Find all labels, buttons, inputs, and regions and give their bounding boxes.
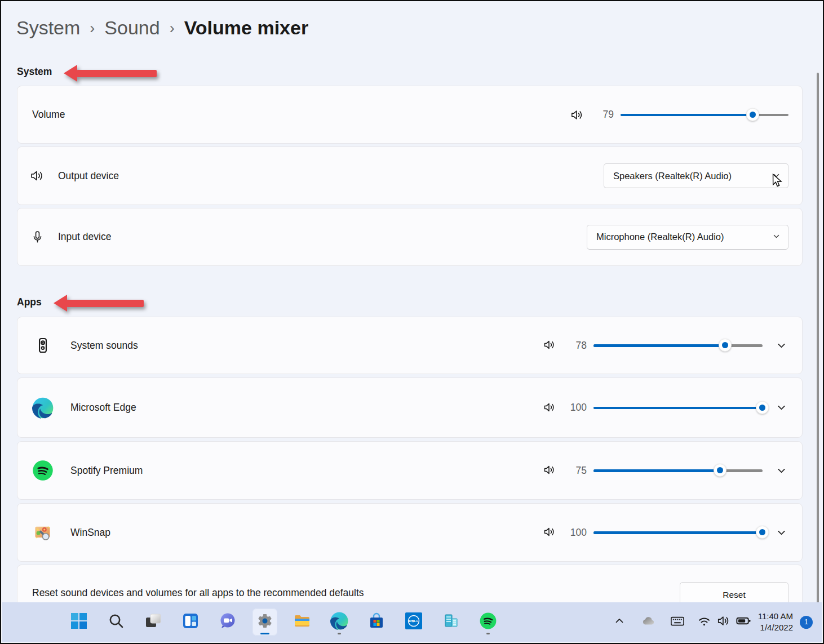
tray-status-icons[interactable] (697, 613, 751, 631)
slider-fill (593, 344, 725, 347)
taskbar-widgets-button[interactable] (178, 609, 203, 636)
input-device-select[interactable]: Microphone (Realtek(R) Audio) (587, 225, 788, 250)
battery-icon (736, 613, 751, 631)
slider-thumb[interactable] (746, 108, 759, 121)
reset-description: Reset sound devices and volumes for all … (17, 587, 364, 599)
system-section-heading: System (17, 66, 52, 78)
speaker-icon[interactable] (570, 108, 584, 122)
clock[interactable]: 11:40 AM 1/4/2022 (758, 611, 793, 634)
taskbar-edge-button[interactable] (327, 609, 352, 636)
onedrive-tray-button[interactable] (637, 611, 659, 633)
input-device-value: Microphone (Realtek(R) Audio) (596, 232, 724, 242)
show-hidden-icons-button[interactable] (610, 611, 629, 633)
expand-chevron-icon[interactable] (775, 339, 787, 352)
running-app-indicator (486, 633, 490, 635)
file-explorer-icon (293, 612, 311, 632)
slider-thumb[interactable] (756, 401, 769, 414)
expand-chevron-icon[interactable] (775, 526, 787, 539)
slider-thumb[interactable] (756, 526, 769, 539)
taskbar-start-button[interactable] (67, 609, 91, 636)
app-name: Spotify Premium (70, 465, 143, 477)
windows-logo-icon (70, 612, 87, 632)
slider-fill (593, 531, 763, 534)
input-device-label: Input device (58, 231, 111, 243)
output-device-value: Speakers (Realtek(R) Audio) (613, 171, 732, 181)
vertical-scrollbar[interactable] (817, 73, 819, 604)
slider-thumb[interactable] (719, 339, 732, 352)
microsoft-store-icon (368, 612, 385, 632)
volume-slider[interactable] (621, 108, 788, 122)
breadcrumb-sound[interactable]: Sound (104, 17, 160, 39)
volume-label: Volume (32, 109, 65, 121)
apps-section-heading: Apps (17, 296, 42, 308)
app-volume-value: 78 (564, 340, 587, 352)
app-name: Microsoft Edge (70, 402, 136, 414)
tray-date: 1/4/2022 (758, 622, 793, 633)
app-volume-slider[interactable] (593, 525, 763, 540)
system-tray: 11:40 AM 1/4/2022 1 (610, 602, 813, 642)
app-row-spotify-premium: Spotify Premium 75 (17, 441, 803, 500)
taskbar-spotify-button[interactable] (476, 609, 500, 636)
notification-badge[interactable]: 1 (800, 616, 813, 629)
edge-icon (330, 612, 348, 632)
keyboard-icon (670, 613, 685, 631)
running-app-indicator (338, 633, 341, 635)
app-volume-value: 100 (564, 527, 587, 539)
app-row-microsoft-edge: Microsoft Edge 100 (17, 377, 803, 438)
edge-icon (32, 397, 54, 419)
speaker-icon[interactable] (543, 401, 557, 415)
breadcrumb-separator: › (170, 19, 175, 37)
settings-window: System › Sound › Volume mixer System App… (0, 0, 824, 644)
spotify-icon (479, 612, 497, 632)
taskbar-store-button[interactable] (364, 609, 389, 636)
taskbar-search-button[interactable] (104, 609, 129, 636)
speaker-icon[interactable] (543, 338, 557, 353)
svg-text:D𝛑LL: D𝛑LL (409, 619, 419, 623)
active-app-indicator (260, 633, 269, 635)
taskbar-file-explorer-button[interactable] (290, 609, 314, 636)
system-sounds-speaker-icon (32, 335, 54, 356)
volume-card: Volume 79 (17, 86, 803, 144)
cloud-icon (640, 613, 656, 631)
app-row-winsnap: WinSnap 100 (17, 503, 803, 562)
page-title: Volume mixer (184, 17, 308, 39)
taskbar: D𝛑LL (2, 602, 822, 642)
app-row-system-sounds: System sounds 78 (17, 317, 803, 374)
app-volume-slider[interactable] (593, 338, 763, 353)
speaker-icon (29, 167, 46, 184)
app-name: System sounds (70, 340, 138, 352)
taskbar-settings-button[interactable] (252, 609, 277, 636)
output-device-select[interactable]: Speakers (Realtek(R) Audio) (604, 163, 788, 188)
dell-icon: D𝛑LL (405, 612, 423, 632)
slider-fill (593, 407, 763, 410)
wifi-icon (697, 614, 712, 631)
speaker-icon[interactable] (543, 463, 557, 478)
tray-time: 11:40 AM (758, 611, 793, 622)
app-volume-value: 100 (564, 402, 587, 414)
app-volume-slider[interactable] (593, 463, 763, 478)
storage-app-icon (442, 612, 460, 632)
slider-fill (593, 469, 720, 472)
taskbar-chat-button[interactable] (215, 609, 240, 636)
expand-chevron-icon[interactable] (775, 402, 787, 414)
input-device-card: Input device Microphone (Realtek(R) Audi… (17, 208, 803, 266)
output-device-card: Output device Speakers (Realtek(R) Audio… (17, 146, 803, 205)
expand-chevron-icon[interactable] (775, 464, 787, 477)
search-icon (108, 612, 125, 632)
taskbar-task-view-button[interactable] (141, 609, 166, 636)
chevron-down-icon (773, 232, 780, 242)
breadcrumb-separator: › (90, 19, 95, 37)
taskbar-dell-button[interactable]: D𝛑LL (401, 609, 426, 636)
winsnap-icon (32, 522, 54, 543)
breadcrumb-system[interactable]: System (16, 17, 80, 39)
speaker-icon[interactable] (543, 525, 557, 540)
task-view-icon (145, 612, 162, 632)
touch-keyboard-button[interactable] (666, 611, 689, 633)
spotify-icon (32, 460, 54, 481)
output-device-label: Output device (58, 170, 119, 182)
taskbar-storage-app-button[interactable] (438, 609, 463, 636)
mouse-cursor (771, 174, 785, 190)
breadcrumb: System › Sound › Volume mixer (16, 17, 308, 39)
slider-thumb[interactable] (714, 464, 726, 477)
app-volume-slider[interactable] (593, 401, 763, 415)
